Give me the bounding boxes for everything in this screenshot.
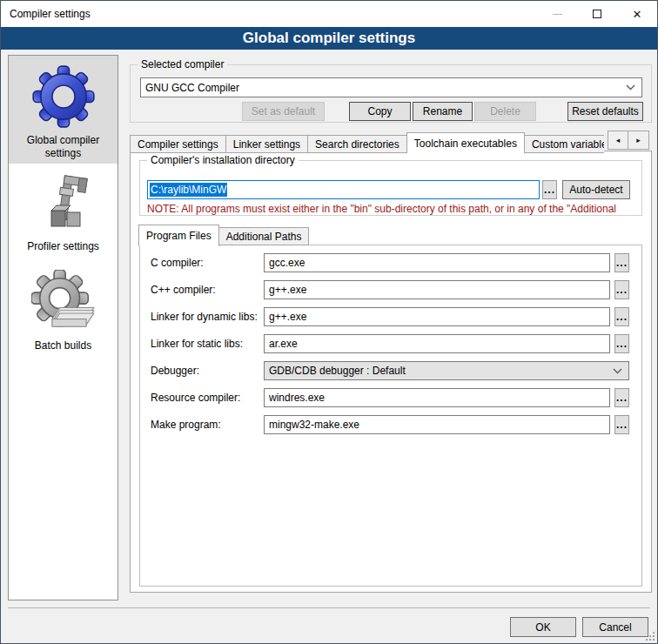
static-linker-input[interactable]	[264, 334, 610, 353]
field-row-dynamic-linker: Linker for dynamic libs: ...	[140, 307, 641, 326]
installation-directory-value: C:\raylib\MinGW	[150, 183, 227, 197]
footer-separator	[8, 607, 650, 608]
field-row-debugger: Debugger: GDB/CDB debugger : Default	[140, 361, 641, 380]
c-compiler-browse-button[interactable]: ...	[614, 253, 629, 272]
sidebar-item-label: Batch builds	[12, 339, 114, 352]
compiler-select-value: GNU GCC Compiler	[145, 82, 239, 94]
debugger-select[interactable]: GDB/CDB debugger : Default	[264, 361, 629, 380]
make-program-input[interactable]	[264, 415, 610, 434]
chevron-down-icon	[626, 84, 635, 91]
field-row-c-compiler: C compiler: ...	[140, 253, 641, 272]
delete-button: Delete	[474, 102, 536, 121]
selected-compiler-group: Selected compiler GNU GCC Compiler Set a…	[130, 64, 652, 123]
dynamic-linker-input[interactable]	[264, 307, 610, 326]
c-compiler-input[interactable]	[264, 253, 610, 272]
minimize-button[interactable]	[537, 1, 577, 27]
dynamic-linker-label: Linker for dynamic libs:	[151, 311, 258, 323]
field-row-cpp-compiler: C++ compiler: ...	[140, 280, 641, 299]
field-row-static-linker: Linker for static libs: ...	[140, 334, 641, 353]
sidebar-item-batch-builds[interactable]: Batch builds	[9, 261, 118, 369]
settings-category-list: Global compiler settings Profiler settin…	[8, 55, 118, 600]
field-row-resource-compiler: Resource compiler: ...	[140, 388, 641, 407]
tab-linker-settings[interactable]: Linker settings	[226, 135, 308, 153]
tab-custom-variables[interactable]: Custom variables	[525, 135, 604, 153]
sidebar-item-global-compiler-settings[interactable]: Global compiler settings	[9, 56, 118, 164]
window-controls: ✕	[537, 1, 657, 27]
caliper-icon	[12, 169, 114, 240]
minimize-icon	[553, 14, 562, 15]
cpp-compiler-browse-button[interactable]: ...	[614, 280, 629, 299]
tab-toolchain-executables[interactable]: Toolchain executables	[406, 132, 525, 153]
installation-directory-input[interactable]: C:\raylib\MinGW	[147, 180, 540, 199]
installation-directory-group-label: Compiler's installation directory	[147, 154, 299, 166]
copy-button[interactable]: Copy	[349, 102, 411, 121]
selected-compiler-group-label: Selected compiler	[138, 58, 227, 70]
close-icon: ✕	[633, 9, 642, 20]
dynamic-linker-browse-button[interactable]: ...	[614, 307, 629, 326]
program-tabstrip: Program Files Additional Paths	[139, 224, 309, 245]
resource-compiler-label: Resource compiler:	[151, 392, 240, 404]
installation-directory-group: Compiler's installation directory C:\ray…	[139, 160, 642, 216]
debugger-label: Debugger:	[151, 365, 199, 377]
cpp-compiler-input[interactable]	[264, 280, 610, 299]
toolchain-executables-panel: Compiler's installation directory C:\ray…	[130, 151, 652, 593]
ok-button[interactable]: OK	[510, 617, 576, 637]
resource-compiler-input[interactable]	[264, 388, 610, 407]
browse-directory-button[interactable]: ...	[542, 180, 557, 199]
page-title: Global compiler settings	[1, 27, 657, 50]
titlebar: Compiler settings ✕	[1, 1, 657, 27]
c-compiler-label: C compiler:	[151, 257, 204, 269]
tab-scroll-left-icon: ◂	[616, 136, 621, 144]
debugger-select-value: GDB/CDB debugger : Default	[269, 365, 406, 377]
main-tabstrip: Compiler settings Linker settings Search…	[130, 131, 604, 153]
chevron-down-icon	[613, 368, 622, 374]
make-program-browse-button[interactable]: ...	[614, 415, 629, 434]
tab-scroll-right-button[interactable]: ▸	[628, 131, 649, 150]
tab-search-directories[interactable]: Search directories	[308, 135, 407, 153]
tab-scroll-left-button[interactable]: ◂	[608, 131, 628, 150]
tab-additional-paths[interactable]: Additional Paths	[219, 227, 310, 245]
sidebar-item-profiler-settings[interactable]: Profiler settings	[9, 164, 118, 261]
set-as-default-button: Set as default	[242, 102, 325, 121]
reset-defaults-button[interactable]: Reset defaults	[567, 102, 643, 121]
window-title: Compiler settings	[1, 8, 91, 20]
gear-icon	[12, 61, 114, 134]
note-text: NOTE: All programs must exist either in …	[147, 203, 640, 215]
rename-button[interactable]: Rename	[413, 102, 473, 121]
cancel-button[interactable]: Cancel	[582, 617, 648, 637]
gear-stack-icon	[12, 266, 114, 339]
compiler-select[interactable]: GNU GCC Compiler	[140, 77, 642, 97]
static-linker-label: Linker for static libs:	[151, 338, 243, 350]
resource-compiler-browse-button[interactable]: ...	[614, 388, 629, 407]
close-button[interactable]: ✕	[617, 1, 657, 27]
program-files-panel: C compiler: ... C++ compiler: ... Linker…	[139, 245, 642, 587]
tab-scrollers: ◂ ▸	[608, 131, 649, 150]
tab-compiler-settings[interactable]: Compiler settings	[130, 135, 226, 153]
auto-detect-button[interactable]: Auto-detect	[562, 180, 630, 199]
tab-program-files[interactable]: Program Files	[138, 225, 219, 246]
sidebar-item-label: Profiler settings	[12, 240, 114, 253]
maximize-icon	[593, 10, 601, 18]
make-program-label: Make program:	[151, 419, 221, 431]
cpp-compiler-label: C++ compiler:	[151, 284, 216, 296]
field-row-make-program: Make program: ...	[140, 415, 641, 434]
compiler-settings-dialog: Compiler settings ✕ Global compiler sett…	[0, 0, 658, 644]
maximize-button[interactable]	[577, 1, 617, 27]
sidebar-item-label: Global compiler settings	[12, 134, 114, 160]
tab-scroll-right-icon: ▸	[636, 136, 641, 144]
static-linker-browse-button[interactable]: ...	[614, 334, 629, 353]
